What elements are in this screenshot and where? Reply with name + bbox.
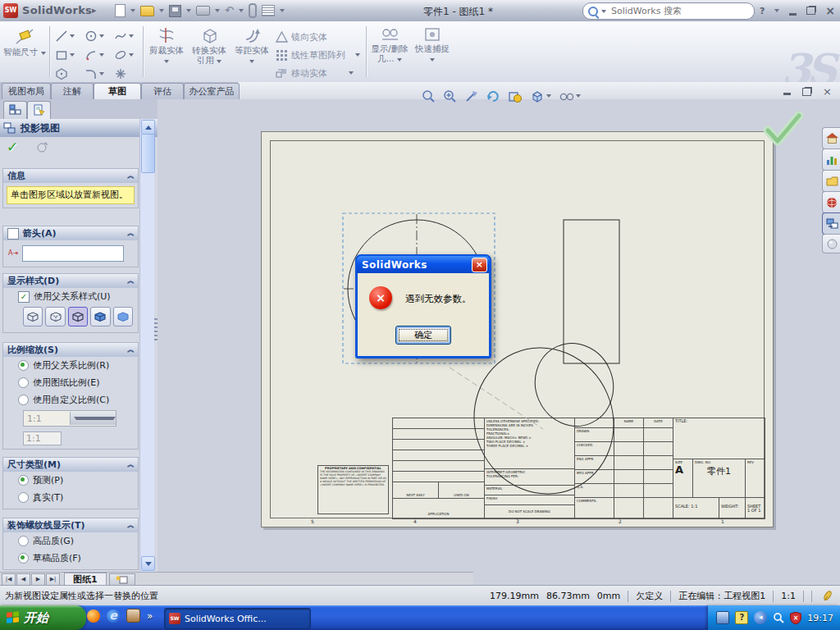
scale-input[interactable]: 1:1 bbox=[23, 431, 62, 445]
dialog-close-icon[interactable]: × bbox=[472, 258, 487, 272]
open-dropdown-icon[interactable] bbox=[159, 9, 164, 12]
help-dropdown-icon[interactable] bbox=[774, 9, 779, 12]
doc-close-icon[interactable]: × bbox=[823, 85, 832, 98]
taskbar-task-button[interactable]: SW SolidWorks Offic... bbox=[164, 608, 311, 629]
tab-view-layout[interactable]: 视图布局 bbox=[2, 83, 51, 99]
confirmation-corner-check[interactable] bbox=[761, 111, 806, 147]
view-orientation-button[interactable] bbox=[530, 89, 551, 103]
trim-dropdown-icon[interactable] bbox=[164, 60, 169, 63]
3d-drawing-view-button[interactable] bbox=[508, 89, 523, 103]
display-style-header[interactable]: 显示样式(D)︽ bbox=[3, 274, 138, 288]
offset-dropdown-icon[interactable] bbox=[249, 60, 254, 63]
arrow-section-header[interactable]: 箭头(A)︽ bbox=[3, 226, 138, 240]
tray-security-shield-icon[interactable]: × bbox=[790, 612, 801, 624]
line-dropdown-icon[interactable] bbox=[70, 34, 75, 38]
quick-snaps-button[interactable]: 快速捕捉 bbox=[413, 25, 451, 79]
spline-dropdown-icon[interactable] bbox=[129, 34, 134, 38]
pm-ok-button[interactable]: ✓ bbox=[7, 139, 18, 155]
ellipse-tool-button[interactable] bbox=[112, 45, 142, 64]
use-parent-style-checkbox[interactable]: ✓ bbox=[18, 291, 30, 303]
info-section-header[interactable]: 信息︽ bbox=[3, 169, 138, 183]
trim-entities-button[interactable]: 剪裁实体 bbox=[148, 25, 185, 79]
quick-launch-app-icon[interactable] bbox=[126, 609, 140, 623]
scroll-down-button[interactable] bbox=[141, 556, 155, 571]
undo-dropdown-icon[interactable] bbox=[239, 9, 244, 12]
save-icon[interactable] bbox=[169, 5, 181, 17]
title-bar[interactable]: SW SolidWorks ▸ ↶ 零件1 - 图纸1 * ? × bbox=[0, 0, 840, 22]
save-dropdown-icon[interactable] bbox=[186, 9, 191, 12]
options-dropdown-icon[interactable] bbox=[280, 9, 285, 12]
collapse-icon[interactable]: ︽ bbox=[127, 171, 134, 181]
convert-entities-button[interactable]: 转换实体引用 bbox=[189, 25, 230, 79]
menu-expand-icon[interactable]: ▸ bbox=[92, 5, 97, 16]
file-explorer-button[interactable] bbox=[822, 170, 840, 192]
circle-dropdown-icon[interactable] bbox=[99, 34, 104, 38]
undo-icon[interactable]: ↶ bbox=[225, 7, 234, 15]
use-custom-scale-radio[interactable] bbox=[18, 395, 29, 405]
panel-scrollbar[interactable] bbox=[139, 119, 154, 572]
add-sheet-button[interactable] bbox=[109, 573, 135, 586]
zoom-to-area-button[interactable] bbox=[443, 89, 457, 103]
tray-help-icon[interactable]: ? bbox=[735, 611, 748, 624]
search-results-button[interactable] bbox=[822, 191, 840, 213]
thread-display-header[interactable]: 装饰螺纹线显示(T)︽ bbox=[3, 518, 138, 532]
tab-office-products[interactable]: 办公室产品 bbox=[184, 83, 240, 99]
ok-button[interactable]: 确定 bbox=[395, 326, 451, 345]
collapse-icon[interactable]: ︽ bbox=[127, 276, 134, 286]
pm-pin-icon[interactable] bbox=[36, 141, 48, 153]
draft-quality-radio[interactable] bbox=[18, 553, 29, 564]
design-library-button[interactable] bbox=[822, 148, 840, 171]
first-sheet-button[interactable]: |◀ bbox=[2, 573, 16, 586]
hidden-lines-removed-style-button[interactable] bbox=[68, 307, 88, 326]
start-button[interactable]: 开始 bbox=[0, 605, 86, 630]
fillet-tool-button[interactable] bbox=[82, 64, 112, 83]
appearances-button[interactable] bbox=[822, 234, 840, 253]
line-tool-button[interactable] bbox=[52, 26, 83, 45]
spline-tool-button[interactable] bbox=[112, 26, 142, 45]
search-box[interactable] bbox=[582, 2, 755, 20]
ellipse-dropdown-icon[interactable] bbox=[129, 53, 134, 57]
last-sheet-button[interactable]: ▶| bbox=[46, 573, 60, 586]
collapse-icon[interactable]: ︽ bbox=[127, 459, 134, 470]
scale-dropdown-arrow-icon[interactable] bbox=[70, 412, 116, 425]
convert-dropdown-icon[interactable] bbox=[217, 60, 221, 63]
arc-dropdown-icon[interactable] bbox=[99, 53, 104, 57]
shaded-style-button[interactable] bbox=[113, 307, 133, 326]
tray-window-icon[interactable] bbox=[716, 611, 729, 624]
prev-sheet-button[interactable]: ◀ bbox=[16, 573, 30, 586]
quill-status-icon[interactable] bbox=[822, 591, 833, 602]
internet-explorer-icon[interactable]: e bbox=[107, 609, 120, 623]
tab-evaluate[interactable]: 评估 bbox=[141, 83, 184, 99]
sheet-tab[interactable]: 图纸1 bbox=[64, 573, 107, 586]
circle-tool-button[interactable] bbox=[82, 26, 112, 45]
arc-tool-button[interactable] bbox=[82, 45, 112, 64]
doc-restore-icon[interactable] bbox=[802, 88, 811, 96]
scroll-up-button[interactable] bbox=[141, 120, 155, 135]
firefox-icon[interactable] bbox=[87, 609, 100, 623]
redraw-button[interactable] bbox=[486, 89, 500, 103]
scale-section-header[interactable]: 比例缩放(S)︽ bbox=[3, 343, 138, 357]
use-sheet-scale-radio[interactable] bbox=[18, 377, 29, 388]
hidden-lines-visible-style-button[interactable] bbox=[45, 307, 65, 326]
offset-entities-button[interactable]: 等距实体 bbox=[233, 25, 271, 79]
dialog-title-bar[interactable]: SolidWorks × bbox=[357, 256, 490, 273]
arrow-label-input[interactable] bbox=[22, 245, 124, 262]
polygon-tool-button[interactable] bbox=[52, 64, 83, 83]
select-icon[interactable] bbox=[249, 3, 257, 18]
rectangle-dropdown-icon[interactable] bbox=[70, 53, 75, 57]
display-delete-dropdown-icon[interactable] bbox=[397, 58, 402, 62]
zoom-to-fit-button[interactable] bbox=[422, 89, 436, 103]
move-dropdown-icon[interactable] bbox=[349, 71, 354, 75]
collapse-icon[interactable]: ︽ bbox=[127, 345, 134, 355]
point-tool-button[interactable] bbox=[112, 64, 142, 83]
scrollbar-thumb[interactable] bbox=[141, 134, 155, 173]
previous-view-button[interactable] bbox=[464, 89, 478, 103]
view-palette-button[interactable] bbox=[822, 212, 840, 235]
new-document-icon[interactable] bbox=[115, 4, 126, 17]
options-icon[interactable] bbox=[262, 5, 275, 16]
search-input[interactable] bbox=[609, 5, 749, 17]
new-dropdown-icon[interactable] bbox=[130, 9, 135, 12]
fillet-dropdown-icon[interactable] bbox=[99, 72, 104, 75]
linear-pattern-dropdown-icon[interactable] bbox=[355, 53, 360, 57]
use-parent-scale-radio[interactable] bbox=[18, 360, 29, 371]
